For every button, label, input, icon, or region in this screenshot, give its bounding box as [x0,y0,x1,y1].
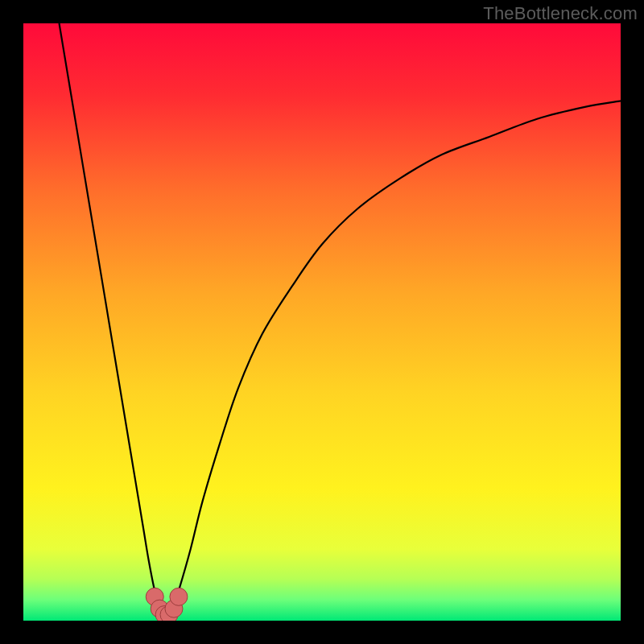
bottleneck-chart [23,23,621,621]
watermark-text: TheBottleneck.com [483,3,638,24]
chart-frame [23,23,621,621]
optimal-marker [170,588,188,605]
gradient-background [23,23,621,621]
